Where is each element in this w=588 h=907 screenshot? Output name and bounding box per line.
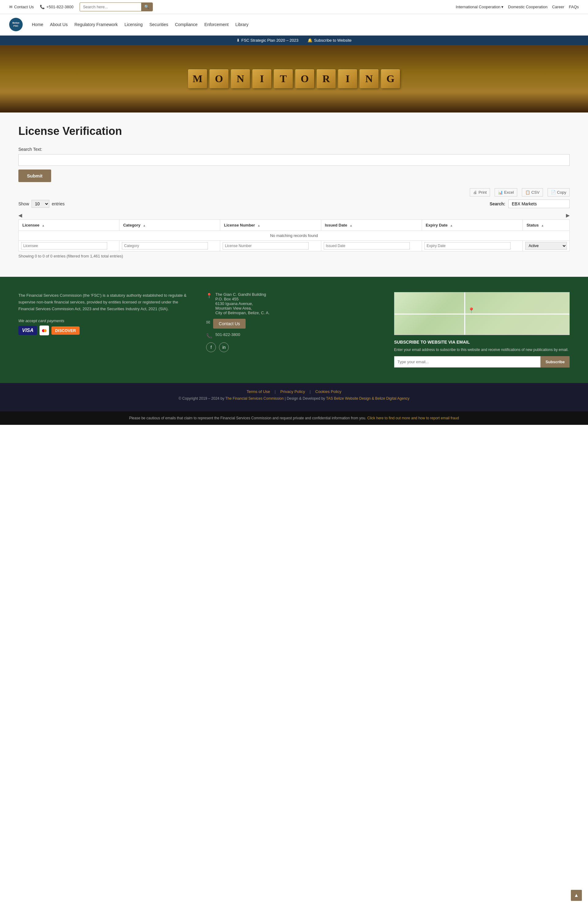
discover-card: DISCOVER bbox=[51, 327, 80, 335]
footer-main: The Financial Services Commission (the '… bbox=[0, 277, 588, 383]
table-search-input[interactable] bbox=[508, 200, 570, 208]
top-nav: International Cooperation ▾ Domestic Coo… bbox=[456, 5, 579, 9]
excel-label: Excel bbox=[504, 190, 514, 195]
entries-select[interactable]: 10 25 50 100 bbox=[32, 200, 49, 208]
subscribe-button[interactable]: Subscribe bbox=[540, 356, 570, 367]
table-wrapper: ◀ ▶ Licensee ▲ Category ▲ License Number bbox=[18, 211, 570, 252]
col-expiry-date[interactable]: Expiry Date ▲ bbox=[422, 220, 522, 231]
no-results-row: No matching records found bbox=[19, 231, 570, 240]
terms-link[interactable]: Terms of Use bbox=[246, 389, 270, 394]
map-road-vertical bbox=[464, 292, 465, 335]
scroll-arrows: ◀ ▶ bbox=[18, 211, 570, 220]
subscribe-email-input[interactable] bbox=[394, 356, 540, 367]
table-search-label: Search: bbox=[490, 201, 505, 206]
map-inner: 📍 bbox=[395, 292, 569, 335]
facebook-icon: f bbox=[210, 345, 212, 350]
hero-letter: I bbox=[252, 69, 271, 88]
sort-icon-category: ▲ bbox=[143, 224, 146, 227]
strategic-plan-link[interactable]: ⬇ FSC Strategic Plan 2020 – 2023 bbox=[236, 38, 298, 43]
nav-about[interactable]: About Us bbox=[50, 22, 68, 27]
table-actions-top: 🖨 Print 📊 Excel 📋 CSV 📄 Copy bbox=[18, 188, 570, 197]
address-text: The Gian C. Gandhi Building P.O. Box 455… bbox=[215, 292, 270, 315]
cookies-link[interactable]: Cookies Policy bbox=[315, 389, 342, 394]
domestic-coop-link[interactable]: Domestic Cooperation bbox=[508, 5, 548, 9]
nav-compliance[interactable]: Compliance bbox=[175, 22, 198, 27]
filter-status: Active bbox=[523, 240, 570, 252]
city: City of Belmopan, Belize, C. A. bbox=[215, 311, 270, 315]
footer-col-right: 📍 SUBSCRIBE TO WEBSITE VIA EMAIL Enter y… bbox=[394, 292, 570, 367]
design-text: | Design & Developed by bbox=[285, 396, 325, 401]
filter-expiry-date bbox=[422, 240, 522, 252]
top-search-button[interactable]: 🔍 bbox=[141, 3, 152, 11]
privacy-link[interactable]: Privacy Policy bbox=[280, 389, 305, 394]
filter-status-select[interactable]: Active bbox=[525, 242, 567, 250]
col-status[interactable]: Status ▲ bbox=[523, 220, 570, 231]
phone-number: +501-822-3800 bbox=[46, 5, 74, 9]
footer-description: The Financial Services Commission (the '… bbox=[18, 292, 194, 312]
hero-letter: O bbox=[295, 69, 314, 88]
map-placeholder: 📍 bbox=[394, 292, 570, 335]
designer-link[interactable]: TAS Belize Website Design & Belize Digit… bbox=[326, 396, 409, 401]
footer-contact-button[interactable]: Contact Us bbox=[213, 319, 245, 329]
submit-button[interactable]: Submit bbox=[18, 170, 51, 182]
footer-phone-number: 501-822-3800 bbox=[215, 332, 240, 337]
sort-icon-licensee: ▲ bbox=[42, 224, 45, 227]
col-category[interactable]: Category ▲ bbox=[120, 220, 220, 231]
logo[interactable]: BelizeFSC bbox=[9, 18, 23, 31]
warning-text: Please be cautious of emails that claim … bbox=[129, 416, 366, 420]
hero-letter: N bbox=[360, 69, 379, 88]
chevron-down-icon: ▾ bbox=[501, 5, 503, 9]
envelope-icon: ✉ bbox=[9, 5, 13, 9]
fsc-link[interactable]: The Financial Services Commission bbox=[225, 396, 284, 401]
search-section: Search Text: Submit bbox=[18, 147, 570, 182]
nav-licensing[interactable]: Licensing bbox=[125, 22, 143, 27]
payment-label: We accept card payments bbox=[18, 319, 194, 323]
filter-category-input[interactable] bbox=[122, 242, 208, 250]
filter-licensee bbox=[19, 240, 120, 252]
contact-link[interactable]: ✉ Contact Us bbox=[9, 5, 34, 9]
nav-home[interactable]: Home bbox=[32, 22, 43, 27]
filter-license-number-input[interactable] bbox=[223, 242, 309, 250]
mastercard: ● ● bbox=[40, 325, 49, 335]
linkedin-link[interactable]: in bbox=[219, 342, 229, 352]
career-link[interactable]: Career bbox=[552, 5, 564, 9]
filter-expiry-date-input[interactable] bbox=[425, 242, 511, 250]
main-nav-links: Home About Us Regulatory Framework Licen… bbox=[32, 22, 248, 27]
nav-regulatory[interactable]: Regulatory Framework bbox=[74, 22, 118, 27]
csv-button[interactable]: 📋 CSV bbox=[522, 188, 543, 197]
faqs-link[interactable]: FAQs bbox=[569, 5, 579, 9]
facebook-link[interactable]: f bbox=[206, 342, 216, 352]
subscribe-link[interactable]: 🔔 Subscribe to Website bbox=[307, 38, 352, 43]
copy-button[interactable]: 📄 Copy bbox=[548, 188, 570, 197]
plan-label: FSC Strategic Plan 2020 – 2023 bbox=[241, 38, 298, 43]
phone-link[interactable]: 📞 +501-822-3800 bbox=[40, 5, 74, 9]
footer-phone-icon: 📞 bbox=[206, 333, 212, 339]
excel-button[interactable]: 📊 Excel bbox=[495, 188, 517, 197]
print-icon: 🖨 bbox=[473, 190, 477, 195]
hero-section: MONITORING bbox=[0, 45, 588, 112]
contact-label: Contact Us bbox=[14, 5, 34, 9]
hero-letter: R bbox=[317, 69, 336, 88]
print-label: Print bbox=[478, 190, 487, 195]
table-search-box: Search: bbox=[490, 200, 570, 208]
email-item: ✉ Contact Us bbox=[206, 319, 382, 329]
filter-licensee-input[interactable] bbox=[21, 242, 107, 250]
top-search-input[interactable] bbox=[80, 3, 141, 11]
scroll-left-arrow[interactable]: ◀ bbox=[18, 212, 22, 218]
col-issued-date[interactable]: Issued Date ▲ bbox=[321, 220, 422, 231]
col-license-number[interactable]: License Number ▲ bbox=[220, 220, 321, 231]
col-licensee[interactable]: Licensee ▲ bbox=[19, 220, 120, 231]
hero-letter: O bbox=[209, 69, 228, 88]
table-controls-row: Show 10 25 50 100 entries Search: bbox=[18, 200, 570, 208]
scroll-right-arrow[interactable]: ▶ bbox=[566, 212, 570, 218]
intl-coop-link[interactable]: International Cooperation ▾ bbox=[456, 5, 503, 9]
nav-library[interactable]: Library bbox=[235, 22, 249, 27]
bell-icon: 🔔 bbox=[307, 38, 312, 43]
email-icon: ✉ bbox=[206, 319, 210, 325]
print-button[interactable]: 🖨 Print bbox=[470, 188, 490, 197]
license-search-input[interactable] bbox=[18, 154, 570, 166]
nav-enforcement[interactable]: Enforcement bbox=[204, 22, 228, 27]
nav-securities[interactable]: Securities bbox=[149, 22, 168, 27]
filter-issued-date-input[interactable] bbox=[324, 242, 410, 250]
fraud-link[interactable]: Click here to find out more and how to r… bbox=[367, 416, 459, 420]
